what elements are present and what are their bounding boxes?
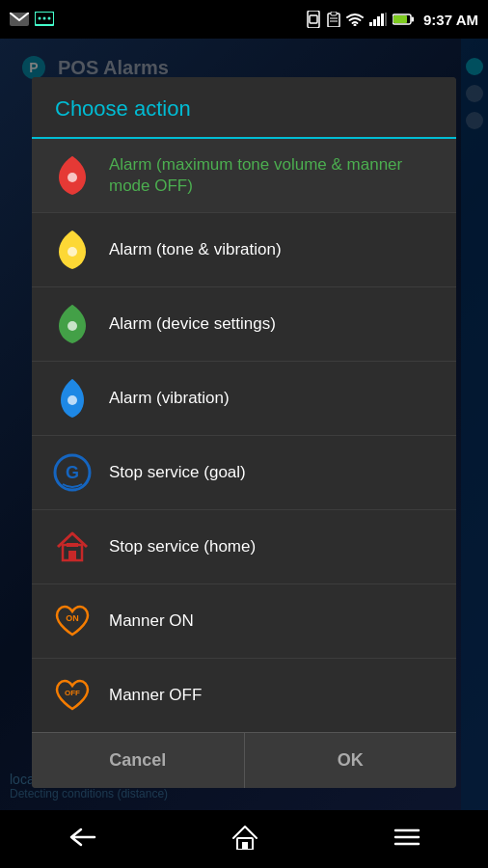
svg-point-25	[68, 395, 77, 405]
alarm-vibration-icon	[51, 377, 94, 420]
svg-point-2	[39, 17, 41, 20]
menu-button[interactable]	[384, 818, 430, 860]
svg-point-11	[354, 24, 357, 27]
status-bar-right: 9:37 AM	[306, 11, 478, 28]
list-item[interactable]: Alarm (device settings)	[32, 287, 456, 362]
alarm-max-icon	[51, 154, 94, 197]
svg-text:ON: ON	[66, 613, 79, 623]
stop-goal-icon: G	[51, 451, 94, 494]
svg-point-24	[68, 321, 77, 331]
choose-action-dialog: Choose action Alarm (maximum tone volume…	[32, 77, 456, 788]
stop-home-label: Stop service (home)	[109, 536, 256, 557]
back-button[interactable]	[58, 816, 106, 862]
cancel-button[interactable]: Cancel	[32, 733, 245, 788]
gmail-icon	[10, 13, 29, 26]
alarm-device-label: Alarm (device settings)	[109, 313, 276, 335]
svg-rect-18	[412, 17, 415, 22]
battery-icon	[393, 14, 414, 25]
manner-on-label: Manner ON	[109, 610, 194, 632]
menu-icon	[393, 827, 420, 847]
svg-point-23	[68, 247, 77, 257]
alarm-vibration-label: Alarm (vibration)	[109, 388, 230, 409]
nav-bar	[0, 810, 488, 868]
svg-rect-8	[331, 12, 337, 15]
list-item[interactable]: Alarm (maximum tone volume & manner mode…	[32, 139, 456, 213]
svg-text:OFF: OFF	[65, 689, 80, 697]
dialog-title: Choose action	[32, 77, 456, 139]
list-item[interactable]: G Stop service (goal)	[32, 436, 456, 510]
svg-point-3	[43, 17, 46, 20]
stop-home-icon	[51, 526, 94, 568]
status-bar: 9:37 AM	[0, 0, 488, 39]
status-time: 9:37 AM	[423, 12, 478, 28]
alarm-max-label: Alarm (maximum tone volume & manner mode…	[109, 154, 437, 197]
ok-button[interactable]: OK	[245, 733, 457, 788]
alarm-tone-icon	[51, 229, 94, 271]
dialog-list: Alarm (maximum tone volume & manner mode…	[32, 139, 456, 732]
dialog-title-text: Choose action	[55, 96, 191, 121]
svg-rect-29	[68, 551, 76, 560]
alarm-device-icon	[51, 303, 94, 345]
svg-point-22	[68, 173, 77, 182]
list-item[interactable]: ON Manner ON	[32, 584, 456, 659]
svg-text:G: G	[66, 463, 79, 482]
message-icon	[35, 12, 54, 27]
alarm-tone-label: Alarm (tone & vibration)	[109, 239, 282, 260]
clipboard-icon	[327, 12, 340, 27]
status-bar-left	[10, 12, 54, 27]
svg-rect-30	[67, 543, 78, 547]
svg-rect-6	[310, 15, 317, 23]
dialog-buttons: Cancel OK	[32, 732, 456, 788]
sim-icon	[306, 11, 321, 28]
list-item[interactable]: Alarm (vibration)	[32, 362, 456, 436]
list-item[interactable]: OFF Manner OFF	[32, 659, 456, 732]
home-nav-icon	[231, 825, 258, 850]
wifi-icon	[346, 13, 364, 26]
svg-rect-13	[373, 19, 376, 26]
manner-off-label: Manner OFF	[109, 685, 202, 706]
home-button[interactable]	[222, 815, 268, 863]
svg-rect-14	[377, 16, 380, 26]
back-icon	[68, 826, 96, 849]
svg-rect-16	[385, 13, 387, 26]
manner-off-icon: OFF	[51, 674, 94, 717]
svg-rect-12	[369, 22, 372, 26]
manner-on-icon: ON	[51, 600, 94, 642]
list-item[interactable]: Stop service (home)	[32, 510, 456, 584]
svg-rect-34	[242, 842, 248, 850]
svg-point-4	[48, 17, 51, 20]
signal-icon	[369, 13, 387, 26]
list-item[interactable]: Alarm (tone & vibration)	[32, 213, 456, 287]
stop-goal-label: Stop service (goal)	[109, 462, 246, 483]
dialog-backdrop: Choose action Alarm (maximum tone volume…	[0, 39, 488, 810]
svg-rect-19	[393, 15, 407, 23]
svg-rect-15	[381, 14, 384, 26]
